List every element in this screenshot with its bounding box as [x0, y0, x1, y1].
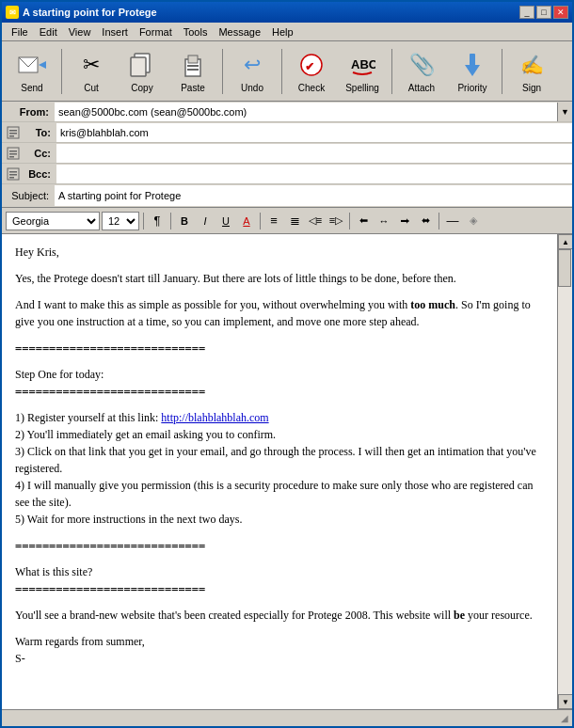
- bcc-input[interactable]: [56, 165, 572, 183]
- send-button[interactable]: Send: [8, 45, 56, 98]
- to-book-icon: [4, 126, 23, 139]
- attach-button[interactable]: 📎 Attach: [397, 45, 446, 98]
- menu-format[interactable]: Format: [134, 24, 178, 40]
- scroll-up-button[interactable]: ▲: [558, 234, 572, 249]
- format-paragraph-button[interactable]: ¶: [148, 212, 167, 230]
- copy-icon: [127, 50, 157, 80]
- format-sep-2: [170, 213, 171, 229]
- step3: 3) Click on that link that you get in yo…: [15, 443, 544, 477]
- list-unordered-button[interactable]: ≡: [264, 212, 283, 230]
- indent-less-button[interactable]: ◁≡: [306, 212, 325, 230]
- priority-button[interactable]: Priority: [448, 45, 497, 98]
- menu-insert[interactable]: Insert: [96, 24, 134, 40]
- resize-grip[interactable]: ◢: [561, 713, 568, 723]
- bcc-book-icon: [4, 167, 23, 181]
- scroll-down-button[interactable]: ▼: [558, 694, 572, 709]
- subject-row: Subject:: [2, 184, 572, 207]
- window-icon: ✉: [6, 6, 19, 19]
- cut-button[interactable]: ✂ Cut: [67, 45, 116, 98]
- paste-button[interactable]: Paste: [168, 45, 217, 98]
- check-label: Check: [298, 83, 325, 93]
- copy-button[interactable]: Copy: [118, 45, 167, 98]
- bold-button[interactable]: B: [175, 212, 194, 230]
- subject-input[interactable]: [55, 185, 572, 206]
- svg-rect-3: [131, 57, 146, 76]
- from-dropdown[interactable]: ▼: [557, 103, 572, 121]
- scroll-track[interactable]: [558, 249, 572, 694]
- paste-label: Paste: [181, 83, 205, 93]
- check-button[interactable]: ✔ Check: [287, 45, 336, 98]
- scroll-thumb[interactable]: [558, 249, 571, 287]
- align-left-button[interactable]: ⬅: [354, 212, 373, 230]
- minimize-button[interactable]: _: [519, 6, 534, 19]
- svg-marker-1: [39, 61, 46, 69]
- size-select[interactable]: 12: [102, 212, 139, 230]
- step4: 4) I will manually give you permission (…: [15, 477, 544, 511]
- cc-input[interactable]: [56, 144, 572, 163]
- status-bar: ◢: [2, 709, 572, 726]
- indent-more-button[interactable]: ≡▷: [327, 212, 345, 230]
- from-select[interactable]: sean@5000bc.com (sean@5000bc.com): [55, 103, 557, 121]
- close-button[interactable]: ✕: [553, 6, 568, 19]
- title-bar-controls: _ □ ✕: [519, 6, 568, 19]
- italic-button[interactable]: I: [196, 212, 215, 230]
- bcc-row: Bcc:: [2, 164, 572, 184]
- toolbar-sep-3: [281, 49, 282, 94]
- menu-message[interactable]: Message: [213, 24, 266, 40]
- background-button[interactable]: ◈: [464, 212, 483, 230]
- font-color-button[interactable]: A: [237, 212, 256, 230]
- underline-button[interactable]: U: [216, 212, 235, 230]
- send-label: Send: [21, 83, 42, 93]
- bcc-label: Bcc:: [23, 166, 56, 182]
- menu-file[interactable]: File: [6, 24, 34, 40]
- rule-button[interactable]: —: [443, 212, 462, 230]
- maximize-button[interactable]: □: [536, 6, 551, 19]
- svg-rect-15: [9, 133, 17, 135]
- toolbar-sep-1: [61, 49, 62, 94]
- menu-help[interactable]: Help: [266, 24, 299, 40]
- undo-icon: ↩: [237, 50, 267, 80]
- menu-edit[interactable]: Edit: [34, 24, 63, 40]
- email-body[interactable]: Hey Kris, Yes, the Protege doesn't start…: [2, 234, 557, 709]
- svg-rect-6: [187, 65, 199, 67]
- format-sep-1: [143, 213, 144, 229]
- font-select[interactable]: Georgia: [6, 212, 100, 230]
- signature: S-: [15, 650, 544, 667]
- window-title: A starting point for Protege: [23, 7, 157, 18]
- svg-rect-18: [9, 150, 17, 152]
- divider2: ============================: [15, 383, 544, 400]
- format-sep-3: [260, 213, 261, 229]
- from-value: sean@5000bc.com (sean@5000bc.com): [58, 106, 247, 118]
- list-ordered-button[interactable]: ≣: [285, 212, 304, 230]
- body-area: Hey Kris, Yes, the Protege doesn't start…: [2, 234, 572, 709]
- sign-button[interactable]: ✍ Sign: [507, 45, 556, 98]
- svg-marker-12: [465, 65, 480, 76]
- scrollbar: ▲ ▼: [557, 234, 572, 709]
- attach-icon: 📎: [407, 50, 437, 80]
- align-justify-button[interactable]: ⬌: [416, 212, 435, 230]
- undo-label: Undo: [241, 83, 263, 93]
- svg-rect-16: [9, 135, 14, 137]
- step1-link[interactable]: http://blahblahblah.com: [161, 411, 268, 424]
- cc-book-icon: [4, 147, 23, 160]
- toolbar-sep-2: [222, 49, 223, 94]
- what-header: What is this site?: [15, 563, 544, 580]
- divider1: ============================: [15, 340, 544, 356]
- menu-view[interactable]: View: [63, 24, 97, 40]
- align-center-button[interactable]: ↔: [375, 212, 393, 230]
- step1: 1) Register yourself at this link: http:…: [15, 409, 544, 426]
- para2: And I want to make this as simple as pos…: [15, 296, 544, 330]
- menu-tools[interactable]: Tools: [178, 24, 214, 40]
- undo-button[interactable]: ↩ Undo: [228, 45, 277, 98]
- to-row: To:: [2, 122, 572, 143]
- title-bar: ✉ A starting point for Protege _ □ ✕: [2, 2, 572, 23]
- svg-rect-23: [9, 174, 17, 176]
- svg-rect-24: [9, 177, 14, 179]
- spelling-button[interactable]: ABC Spelling: [338, 45, 387, 98]
- svg-rect-22: [9, 171, 17, 173]
- paste-icon: [178, 50, 208, 80]
- cc-row: Cc:: [2, 143, 572, 164]
- to-input[interactable]: [56, 123, 572, 142]
- priority-label: Priority: [457, 83, 486, 93]
- align-right-button[interactable]: ⮕: [395, 212, 414, 230]
